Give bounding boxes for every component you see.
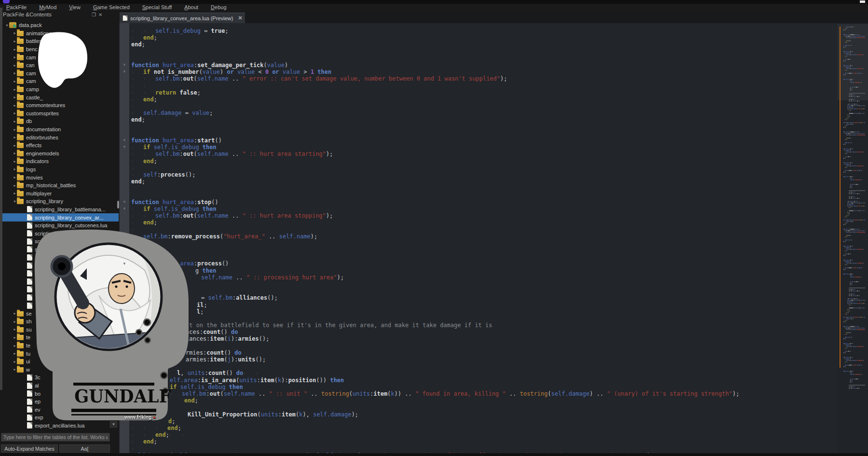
chevron-right-icon[interactable]: ▸ xyxy=(13,159,17,164)
chevron-right-icon[interactable]: ▸ xyxy=(13,31,17,35)
fold-marker-icon[interactable]: ▼ xyxy=(120,138,129,142)
chevron-down-icon[interactable]: ▾ xyxy=(13,199,17,204)
tree-row[interactable]: ▸movies xyxy=(0,173,119,181)
chevron-down-icon[interactable]: ▾ xyxy=(5,23,9,28)
chevron-right-icon[interactable]: ▸ xyxy=(13,351,17,356)
chevron-right-icon[interactable]: ▸ xyxy=(13,175,17,180)
chevron-right-icon[interactable]: ▸ xyxy=(13,111,17,115)
tree-row[interactable]: ▸effects xyxy=(0,141,119,150)
chevron-right-icon[interactable]: ▸ xyxy=(13,327,17,332)
tree-row[interactable]: ▸db xyxy=(0,117,119,125)
fold-marker-icon[interactable]: ▼ xyxy=(120,69,129,74)
close-panel-icon[interactable]: ✕ xyxy=(98,12,102,17)
tree-row[interactable]: ▸tu xyxy=(0,349,119,358)
tree-row[interactable] xyxy=(0,293,119,302)
tab-close-icon[interactable]: ✕ xyxy=(238,15,242,21)
tree-row[interactable]: ▾data.pack xyxy=(0,21,119,29)
tree-row[interactable]: ▸cam xyxy=(0,69,119,78)
tree-row[interactable]: ▸castle_ xyxy=(0,93,119,101)
tree-row[interactable]: ▸can xyxy=(0,61,119,69)
tree-row[interactable]: ▸cam xyxy=(0,53,119,61)
menu-packfile[interactable]: PackFile xyxy=(0,4,33,10)
menu-view[interactable]: View xyxy=(63,4,87,10)
tree-row[interactable]: scripting_library_cutscenes.lua xyxy=(0,221,119,230)
chevron-right-icon[interactable]: ▸ xyxy=(13,359,17,364)
chevron-right-icon[interactable]: ▸ xyxy=(13,167,17,171)
tree-row[interactable]: al xyxy=(0,382,119,390)
tree-row[interactable]: exp xyxy=(0,414,119,422)
chevron-right-icon[interactable]: ▸ xyxy=(13,127,17,132)
chevron-right-icon[interactable]: ▸ xyxy=(13,79,17,83)
chevron-right-icon[interactable]: ▸ xyxy=(13,103,17,108)
tree-row[interactable] xyxy=(0,253,119,262)
tree-row[interactable]: ▸logs xyxy=(0,166,119,174)
menu-about[interactable]: About xyxy=(178,4,204,10)
chevron-right-icon[interactable]: ▸ xyxy=(13,119,17,124)
tree-row[interactable]: scripting_library_firestorm_... xyxy=(0,237,119,246)
chevron-right-icon[interactable]: ▸ xyxy=(13,344,17,348)
tree-row[interactable]: ▸w xyxy=(0,366,119,374)
chevron-right-icon[interactable]: ▸ xyxy=(13,335,17,340)
chevron-right-icon[interactable]: ▸ xyxy=(13,47,17,52)
tree-row[interactable]: scripting_library_misc.lua xyxy=(0,246,119,254)
tree-row[interactable]: ▸te xyxy=(0,342,119,350)
chevron-right-icon[interactable]: ▸ xyxy=(13,39,17,43)
tree-row[interactable] xyxy=(0,262,119,270)
tree-row[interactable]: ev xyxy=(0,406,119,414)
tree-row[interactable]: ▸mp_historical_battles xyxy=(0,181,119,190)
tree-row[interactable]: ▸multiplayer xyxy=(0,189,119,197)
chevron-right-icon[interactable]: ▸ xyxy=(13,143,17,148)
tree-row[interactable]: ▸su xyxy=(0,326,119,334)
chevron-right-icon[interactable]: ▸ xyxy=(13,87,17,92)
fold-marker-icon[interactable]: ▼ xyxy=(120,200,129,204)
tree-row[interactable]: ▸animations xyxy=(0,29,119,38)
tree-row[interactable]: ▸editorbrushes xyxy=(0,133,119,141)
code-folding-gutter[interactable] xyxy=(120,23,129,453)
tab-scripting-library-convex-area[interactable]: scripting_library_convex_area.lua (Previ… xyxy=(120,13,245,23)
fold-marker-icon[interactable]: ▼ xyxy=(120,207,129,211)
tree-row[interactable]: ▸sh xyxy=(0,318,119,326)
fold-marker-icon[interactable]: ▼ xyxy=(120,262,129,266)
chevron-right-icon[interactable]: ▸ xyxy=(13,183,17,188)
tree-row[interactable]: ▸indicators xyxy=(0,157,119,166)
chevron-right-icon[interactable]: ▸ xyxy=(13,191,17,195)
fold-marker-icon[interactable]: ▼ xyxy=(120,145,129,149)
menu-game-selected[interactable]: Game Selected xyxy=(87,4,136,10)
tree-row[interactable]: bo xyxy=(0,389,119,398)
fold-marker-icon[interactable]: ▼ xyxy=(120,63,129,67)
chevron-right-icon[interactable]: ▸ xyxy=(13,95,17,99)
tree-row[interactable]: ▸benc xyxy=(0,45,119,54)
tree-row[interactable]: ▸enginemodels xyxy=(0,150,119,158)
tree-row[interactable]: ▸battles xyxy=(0,37,119,45)
tree-row[interactable]: ▸cam xyxy=(0,77,119,85)
chevron-right-icon[interactable]: ▸ xyxy=(13,151,17,155)
chevron-right-icon[interactable]: ▸ xyxy=(13,71,17,75)
tree-row[interactable] xyxy=(0,269,119,277)
tree-row[interactable]: export_ancillaries.lua xyxy=(0,422,119,430)
chevron-right-icon[interactable]: ▸ xyxy=(13,135,17,139)
tree-filter-input[interactable] xyxy=(1,433,110,442)
chevron-right-icon[interactable]: ▸ xyxy=(13,311,17,316)
auto-expand-matches-button[interactable]: Auto-Expand Matches xyxy=(1,444,58,453)
tree-row[interactable]: scripting_library_battlemana... xyxy=(0,206,119,214)
menu-mymod[interactable]: MyMod xyxy=(33,4,63,10)
tree-row[interactable]: ▸commontextures xyxy=(0,101,119,110)
tree-row[interactable]: ▸camp xyxy=(0,85,119,94)
tree-row[interactable]: scripting_library_escape_ma... xyxy=(0,229,119,237)
menu-special-stuff[interactable]: Special Stuff xyxy=(136,4,178,10)
tree-row[interactable] xyxy=(0,277,119,286)
chevron-right-icon[interactable]: ▸ xyxy=(13,55,17,59)
tree-scroll-down-button[interactable]: ▼ xyxy=(110,421,117,428)
tree-row[interactable]: ▾scripting_library xyxy=(0,197,119,206)
tree-row[interactable]: scripting_library_convex_ar... xyxy=(0,213,119,221)
tree-row[interactable]: ▸documentation xyxy=(0,125,119,134)
chevron-right-icon[interactable]: ▸ xyxy=(13,367,17,372)
float-panel-icon[interactable]: ❐ xyxy=(92,12,96,17)
chevron-right-icon[interactable]: ▸ xyxy=(13,319,17,324)
case-sensitive-button[interactable]: Aa[ xyxy=(59,444,110,453)
tree-row[interactable]: 3c xyxy=(0,373,119,382)
tree-row[interactable] xyxy=(0,286,119,294)
tree-row[interactable]: ▸ui xyxy=(0,358,119,366)
tree-row[interactable] xyxy=(0,302,119,310)
tree-row[interactable]: ep xyxy=(0,398,119,406)
